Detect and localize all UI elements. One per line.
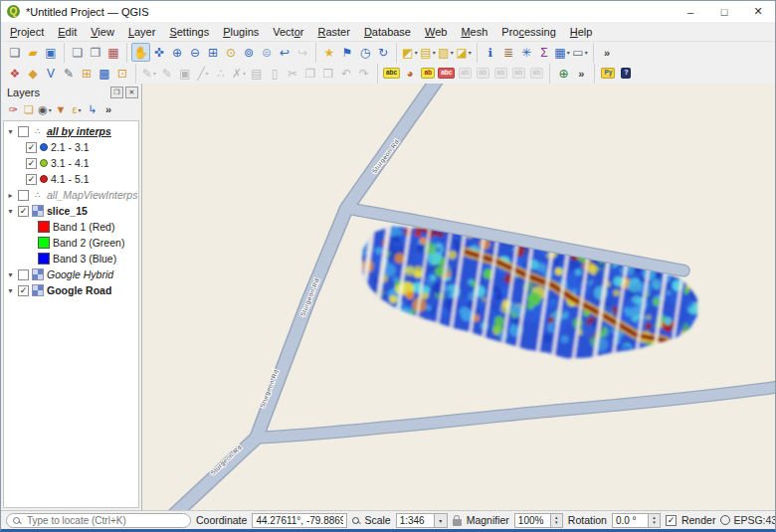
processing-toolbox-button[interactable]: ✳ (517, 43, 535, 62)
maximize-button[interactable]: □ (707, 1, 741, 22)
new-scratch-layer-button[interactable]: ✎ (60, 64, 78, 83)
minimize-button[interactable]: – (674, 1, 707, 22)
save-project-button[interactable]: ▣ (42, 43, 60, 62)
refresh-map-button[interactable]: ↻ (374, 43, 392, 62)
filter-legend-button[interactable]: ▼ (53, 101, 69, 118)
layer-diagram-options-button[interactable]: ◕ (401, 64, 419, 83)
collapse-all-button[interactable]: ↳ (85, 101, 100, 118)
filter-by-expression-button[interactable]: ε▾ (69, 101, 85, 118)
zoom-to-selection-button[interactable]: ⊙ (222, 43, 240, 62)
menu-plugins[interactable]: Plugins (216, 24, 266, 40)
panel-float-button[interactable]: ❐ (110, 87, 123, 98)
edit-toolbar-extension-button[interactable]: » (572, 64, 590, 83)
layer-labeling-options-button[interactable]: abc (382, 64, 401, 83)
symbol-visibility-checkbox[interactable]: ✓ (26, 158, 37, 169)
menu-settings[interactable]: Settings (162, 24, 216, 40)
measure-line-button[interactable]: ▭▾ (571, 43, 589, 62)
layer-visibility-checkbox[interactable] (18, 126, 29, 137)
menu-processing[interactable]: Processing (494, 24, 562, 40)
unplaced-labels-button[interactable]: abc (437, 64, 456, 83)
close-button[interactable]: ✕ (741, 1, 775, 22)
zoom-full-button[interactable]: ⊞ (204, 43, 222, 62)
rotation-input[interactable] (612, 513, 648, 528)
crs-indicator[interactable]: EPSG:4326 (720, 514, 776, 526)
map-view[interactable]: Sturgeon Rd Sturgeon Rd Sturgeon Rd Stur… (142, 84, 775, 510)
new-raster-layer-button[interactable]: ▩ (96, 64, 113, 83)
identify-features-button[interactable]: ℹ (482, 43, 499, 62)
layer-row-all-by-interps[interactable]: ▾∴all by interps (4, 123, 138, 139)
rotation-spinbox[interactable]: ▴▾ (612, 513, 661, 528)
panel-close-button[interactable]: ✕ (125, 87, 138, 98)
new-project-button[interactable]: ❏ (6, 43, 24, 62)
menu-edit[interactable]: Edit (51, 24, 84, 40)
menu-help[interactable]: Help (563, 24, 600, 40)
menu-web[interactable]: Web (418, 24, 454, 40)
data-source-manager-button[interactable]: ❖ (6, 64, 24, 83)
menu-layer[interactable]: Layer (121, 24, 163, 40)
expander-open-icon[interactable]: ▾ (6, 286, 15, 295)
pan-to-selection-button[interactable]: ✜ (150, 43, 168, 62)
new-virtual-layer-button[interactable]: ⊡ (113, 64, 131, 83)
symbol-row[interactable]: ✓4.1 - 5.1 (4, 171, 138, 187)
menu-vector[interactable]: Vector (266, 24, 310, 40)
band-row[interactable]: Band 3 (Blue) (4, 251, 138, 266)
layer-visibility-checkbox[interactable]: ✓ (18, 206, 29, 217)
zoom-to-layer-button[interactable]: ⊚ (240, 43, 258, 62)
show-bookmarks-button[interactable]: ⚑ (338, 43, 356, 62)
symbol-row[interactable]: ✓2.1 - 3.1 (4, 139, 138, 155)
symbol-visibility-checkbox[interactable]: ✓ (26, 174, 37, 185)
add-group-button[interactable]: ❏ (21, 101, 37, 118)
open-project-button[interactable]: ▰ (24, 43, 42, 62)
magnifier-input[interactable] (514, 513, 550, 528)
zoom-native-button[interactable]: ⊜ (258, 43, 276, 62)
layers-toolbar-extension-button[interactable]: » (100, 101, 116, 118)
band-row[interactable]: Band 2 (Green) (4, 235, 138, 251)
new-shapefile-layer-button[interactable]: V (42, 64, 60, 83)
band-row[interactable]: Band 1 (Red) (4, 219, 138, 235)
open-field-calculator-button[interactable]: ≣ (499, 43, 517, 62)
scale-input[interactable] (396, 513, 434, 528)
python-console-button[interactable]: Py (599, 64, 617, 83)
style-manager-button[interactable]: ▦ (104, 43, 122, 62)
new-bookmark-button[interactable]: ★ (320, 43, 338, 62)
pan-map-button[interactable]: ✋ (131, 43, 150, 62)
menu-mesh[interactable]: Mesh (454, 24, 494, 40)
open-attribute-table-button[interactable]: ▦▾ (553, 43, 571, 62)
lock-scale-icon[interactable] (453, 519, 462, 526)
open-layer-styling-button[interactable]: ✑ (5, 101, 21, 118)
pin-labels-button[interactable]: ab (419, 64, 437, 83)
menu-raster[interactable]: Raster (310, 24, 356, 40)
deselect-features-button[interactable]: ▧▾ (437, 43, 455, 62)
expander-open-icon[interactable]: ▾ (6, 207, 15, 216)
symbol-visibility-checkbox[interactable]: ✓ (26, 142, 37, 153)
expander-open-icon[interactable]: ▾ (6, 127, 15, 136)
new-geopackage-layer-button[interactable]: ◆ (24, 64, 42, 83)
rotation-spin-down-icon[interactable]: ▾ (653, 520, 656, 525)
select-features-button[interactable]: ◩▾ (401, 43, 419, 62)
metasearch-button[interactable]: ⊕ (554, 64, 572, 83)
menu-view[interactable]: View (84, 24, 121, 40)
layer-visibility-checkbox[interactable] (18, 190, 29, 201)
menu-database[interactable]: Database (357, 24, 418, 40)
layer-row-google-hybrid[interactable]: ▾Google Hybrid (4, 266, 138, 282)
scale-combo[interactable]: ▾ (396, 513, 448, 528)
magnifier-spinbox[interactable]: ▴▾ (514, 513, 563, 528)
expander-open-icon[interactable]: ▾ (6, 270, 15, 279)
new-print-layout-button[interactable]: ❏ (69, 43, 87, 62)
statistical-summary-button[interactable]: Σ (535, 43, 553, 62)
select-by-location-button[interactable]: ◪▾ (455, 43, 473, 62)
layer-visibility-checkbox[interactable] (18, 269, 29, 280)
manage-map-themes-button[interactable]: ◉▾ (37, 101, 53, 118)
menu-project[interactable]: Project (3, 24, 51, 40)
zoom-in-button[interactable]: ⊕ (168, 43, 186, 62)
locate-bar[interactable] (6, 513, 191, 528)
new-mesh-layer-button[interactable]: ⊞ (78, 64, 96, 83)
zoom-last-button[interactable]: ↩ (276, 43, 293, 62)
expander-closed-icon[interactable]: ▸ (6, 191, 15, 200)
layer-row-slice_15[interactable]: ▾✓slice_15 (4, 203, 138, 219)
coordinate-input[interactable] (252, 513, 347, 528)
temporal-controller-button[interactable]: ◷ (356, 43, 374, 62)
symbol-row[interactable]: ✓3.1 - 4.1 (4, 155, 138, 171)
magnifier-spin-down-icon[interactable]: ▾ (555, 520, 558, 525)
render-checkbox[interactable]: ✓ (666, 515, 677, 526)
